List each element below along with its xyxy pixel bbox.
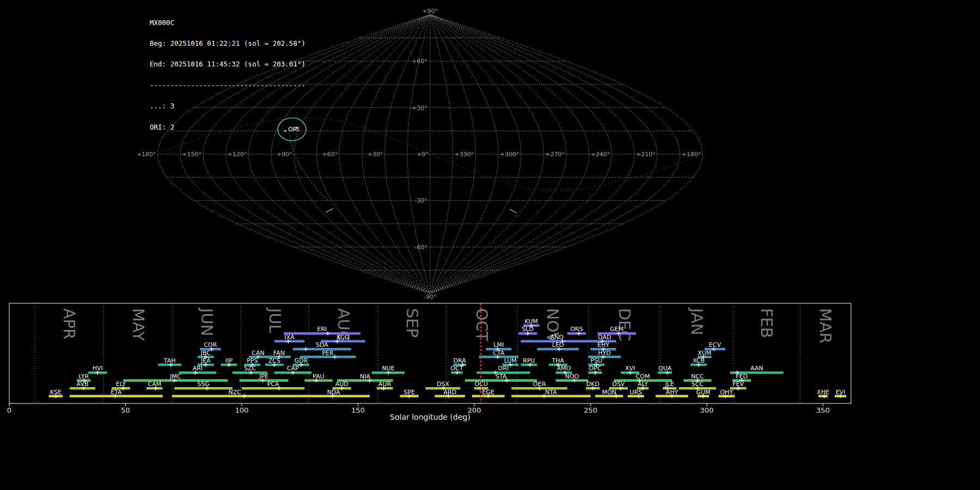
shower-code-label: ORI: [498, 365, 509, 372]
x-tick-label: 300: [700, 406, 714, 414]
shower-code-label: MON: [602, 389, 616, 396]
shower-code-label: COR: [204, 341, 217, 348]
meteor-track-mark: [510, 209, 517, 213]
shower-CAP: CAP: [274, 365, 311, 375]
shower-code-label: EVI: [836, 389, 846, 396]
month-label-OCT: OCT: [473, 308, 491, 341]
sporadic-count: ...: 3: [150, 103, 305, 110]
shower-code-label: JLE: [665, 381, 674, 388]
ra-label: +150°: [182, 151, 201, 158]
shower-code-label: JBC: [200, 350, 211, 357]
shower-code-label: AAN: [750, 365, 763, 372]
shower-code-label: AUD: [335, 381, 348, 388]
shower-QUA: QUA: [658, 365, 672, 375]
shower-KSE: KSE: [49, 389, 63, 399]
ra-label: +300°: [500, 151, 519, 158]
ra-label: +90°: [277, 151, 292, 158]
shower-code-label: PCA: [267, 381, 279, 388]
shower-code-label: DKD: [586, 381, 599, 388]
shower-code-label: ERI: [317, 326, 327, 333]
shower-IIP: IIP: [221, 357, 237, 367]
dec-label: +30°: [412, 105, 427, 112]
shower-code-label: ECV: [709, 341, 721, 348]
separator-line: --------------------------------------: [150, 82, 305, 89]
shower-PER: PER: [300, 350, 356, 359]
ra-label: +30°: [367, 151, 383, 158]
shower-code-label: AHY: [666, 389, 678, 396]
shower-DKD: DKD: [586, 381, 600, 390]
shower-code-label: ELY: [116, 381, 126, 388]
shower-XCB: XCB: [690, 357, 707, 367]
shower-OHY: OHY: [719, 389, 735, 399]
north-pole-label: +90°: [422, 8, 438, 15]
shower-URS: URS: [628, 389, 644, 399]
shower-AUR: AUR: [377, 381, 393, 390]
ra-label: +180°: [682, 151, 701, 158]
shower-GUM: GUM: [696, 389, 710, 399]
south-pole-label: -90°: [424, 293, 436, 301]
month-label-DEC: DEC: [615, 308, 634, 341]
month-label-JUN: JUN: [198, 307, 216, 336]
shower-code-label: DSX: [437, 381, 449, 388]
month-label-JAN: JAN: [688, 307, 706, 335]
shower-NUE: NUE: [372, 365, 405, 375]
ori-shower-count: ORI: 2: [150, 124, 305, 131]
month-label-FEB: FEB: [757, 308, 776, 338]
shower-code-label: RPU: [523, 357, 535, 364]
x-tick-label: 0: [7, 406, 11, 414]
shower-NOO: NOO: [556, 373, 589, 383]
shower-ARD: ARD: [435, 389, 465, 399]
shower-code-label: ARI: [193, 365, 203, 372]
shower-code-label: JMC: [169, 373, 181, 380]
shower-CAM: CAM: [146, 381, 163, 390]
shower-code-label: PAU: [313, 373, 324, 380]
observation-end: End: 20251016 11:45:32 (sol = 203.01°): [150, 61, 305, 68]
shower-code-label: PPS: [247, 357, 258, 364]
shower-code-label: GDR: [295, 357, 308, 364]
shower-code-label: ZCS: [268, 357, 280, 364]
shower-code-label: LEO: [552, 341, 564, 348]
shower-code-label: OHY: [720, 389, 733, 396]
ra-label: +0°: [416, 151, 428, 158]
shower-code-label: AMO: [557, 365, 571, 372]
shower-code-label: NOO: [565, 373, 579, 380]
shower-code-label: JPE: [259, 373, 268, 380]
observation-info-panel: MX000C Beg: 20251016 01:22:21 (sol = 202…: [150, 5, 305, 145]
shower-code-label: FAN: [273, 350, 285, 357]
shower-OCT: OCT: [451, 365, 463, 375]
shower-code-label: XVI: [625, 365, 635, 372]
dec-label: -30°: [415, 197, 427, 204]
shower-code-label: AUR: [378, 381, 391, 388]
shower-code-label: IXA: [284, 334, 295, 341]
shower-code-label: XCB: [693, 357, 705, 364]
month-label-MAY: MAY: [129, 308, 148, 341]
shower-code-label: LUM: [504, 357, 517, 364]
shower-MON: MON: [595, 389, 623, 399]
shower-TAH: TAH: [158, 357, 181, 367]
shower-code-label: NUE: [382, 365, 395, 372]
shower-SSG: SSG: [174, 381, 232, 390]
activity-timeline-chart: APRMAYJUNJULAUGSEPOCTNOVDECJANFEBMARKUME…: [7, 303, 851, 421]
shower-code-label: CAM: [148, 381, 162, 388]
meteor-track-mark: [326, 209, 333, 212]
shower-ARI: ARI: [179, 365, 216, 375]
shower-code-label: SPE: [403, 389, 415, 396]
shower-HVI: HVI: [88, 365, 107, 375]
shower-code-label: SDA: [316, 341, 328, 348]
shower-code-label: NCC: [691, 373, 704, 380]
shower-XHE: XHE: [817, 389, 829, 399]
shower-EGE: EGE: [472, 389, 505, 399]
shower-code-label: NDA: [327, 389, 341, 396]
shower-code-label: AVB: [77, 381, 89, 388]
shower-IXA: IXA: [274, 334, 305, 344]
shower-code-label: EGE: [482, 389, 494, 396]
shower-code-label: DSV: [612, 381, 624, 388]
ra-label: +180°: [137, 151, 156, 158]
shower-NTA: NTA: [511, 389, 590, 399]
x-tick-label: 350: [816, 406, 830, 414]
shower-ORS: ORS: [567, 326, 586, 335]
shower-code-label: DRA: [454, 357, 467, 364]
shower-code-label: QUA: [658, 365, 672, 372]
shower-code-label: DPC: [589, 365, 602, 372]
ra-label: +60°: [322, 151, 338, 158]
